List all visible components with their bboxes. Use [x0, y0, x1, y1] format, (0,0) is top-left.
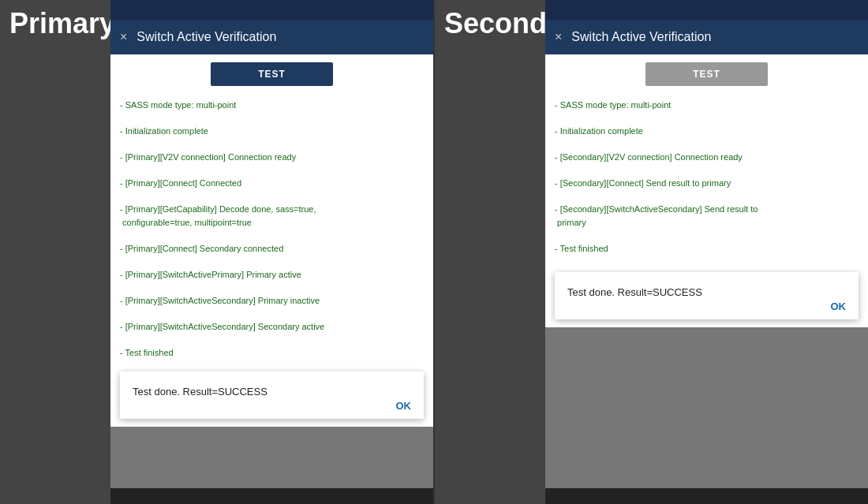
secondary-log-line-4: - [Secondary][SwitchActiveSecondary] Sen…	[555, 203, 859, 229]
secondary-log-line-1: - Initialization complete	[555, 125, 859, 138]
secondary-test-button-row: TEST	[545, 54, 868, 94]
secondary-log-line-0: - SASS mode type: multi-point	[555, 99, 859, 112]
primary-result-text: Test done. Result=SUCCESS	[133, 386, 268, 398]
secondary-result-text: Test done. Result=SUCCESS	[567, 286, 702, 298]
secondary-header-title: Switch Active Verification	[571, 30, 711, 44]
secondary-result-dialog: Test done. Result=SUCCESS OK	[555, 272, 859, 319]
primary-log-line-3: - [Primary][Connect] Connected	[120, 177, 424, 190]
secondary-dialog-header: × Switch Active Verification	[545, 20, 868, 54]
primary-test-button[interactable]: TEST	[211, 62, 333, 86]
primary-log-line-5: - [Primary][Connect] Secondary connected	[120, 242, 424, 256]
primary-log-line-2: - [Primary][V2V connection] Connection r…	[120, 151, 424, 164]
primary-log-line-9: - Test finished	[120, 346, 424, 360]
primary-log-area: - SASS mode type: multi-point - Initiali…	[110, 94, 433, 364]
primary-remaining-space	[110, 427, 433, 488]
primary-dialog-header: × Switch Active Verification	[110, 20, 433, 54]
primary-phone-frame: × Switch Active Verification TEST - SASS…	[110, 0, 433, 504]
primary-panel: Primary × Switch Active Verification TES…	[0, 0, 433, 504]
secondary-ok-button-container: OK	[567, 299, 846, 313]
secondary-bottom-bar	[545, 488, 868, 504]
primary-header-title: Switch Active Verification	[137, 30, 276, 44]
secondary-log-line-3: - [Secondary][Connect] Send result to pr…	[555, 177, 859, 190]
primary-log-line-8: - [Primary][SwitchActiveSecondary] Secon…	[120, 320, 424, 334]
primary-log-line-0: - SASS mode type: multi-point	[120, 99, 424, 112]
secondary-log-line-2: - [Secondary][V2V connection] Connection…	[555, 151, 859, 164]
secondary-top-bar	[545, 0, 868, 20]
primary-ok-button-container: OK	[133, 398, 411, 413]
primary-label: Primary	[9, 8, 115, 39]
primary-log-line-6: - [Primary][SwitchActivePrimary] Primary…	[120, 268, 424, 282]
primary-log-line-4: - [Primary][GetCapability] Decode done, …	[120, 203, 424, 229]
secondary-dialog-body: TEST - SASS mode type: multi-point - Ini…	[545, 54, 868, 488]
primary-log-line-7: - [Primary][SwitchActiveSecondary] Prima…	[120, 294, 424, 308]
secondary-ok-button[interactable]: OK	[831, 301, 847, 312]
primary-ok-button[interactable]: OK	[396, 400, 412, 412]
secondary-log-area: - SASS mode type: multi-point - Initiali…	[545, 94, 868, 264]
primary-bottom-bar	[110, 488, 433, 504]
secondary-log-line-5: - Test finished	[555, 242, 859, 256]
secondary-phone-content: × Switch Active Verification TEST - SASS…	[545, 20, 868, 504]
primary-close-button[interactable]: ×	[120, 31, 127, 43]
primary-result-dialog: Test done. Result=SUCCESS OK	[120, 371, 424, 419]
primary-top-bar	[110, 0, 433, 20]
primary-phone-content: × Switch Active Verification TEST - SASS…	[110, 20, 433, 504]
secondary-remaining-space	[545, 327, 868, 488]
secondary-panel: Secondary × Switch Active Verification T…	[435, 0, 868, 504]
primary-label-column: Primary	[0, 0, 110, 504]
primary-log-line-1: - Initialization complete	[120, 125, 424, 138]
secondary-test-button: TEST	[645, 62, 768, 86]
secondary-close-button[interactable]: ×	[555, 31, 562, 43]
primary-test-button-row: TEST	[110, 54, 433, 94]
primary-dialog-body: TEST - SASS mode type: multi-point - Ini…	[110, 54, 433, 488]
secondary-phone-frame: × Switch Active Verification TEST - SASS…	[545, 0, 868, 504]
secondary-label-column: Secondary	[435, 0, 545, 504]
